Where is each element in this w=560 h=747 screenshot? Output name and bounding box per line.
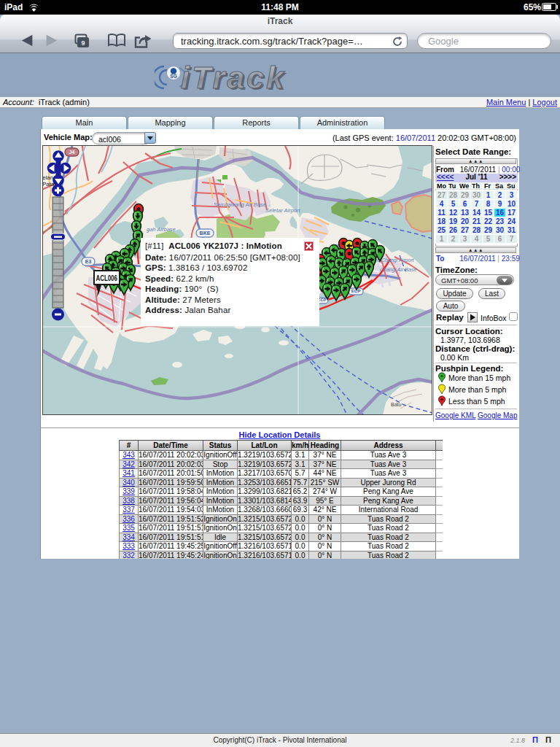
svg-text:gah Airbase: gah Airbase xyxy=(147,226,176,233)
svg-text:SG: SG xyxy=(170,74,176,79)
svg-text:9: 9 xyxy=(81,39,85,47)
svg-text:Seletar Airport: Seletar Airport xyxy=(265,207,301,214)
svg-text:Sembawang Air Base: Sembawang Air Base xyxy=(214,201,266,208)
svg-text:Changi Air Base: Changi Air Base xyxy=(380,267,416,273)
svg-text:ECP: ECP xyxy=(351,289,360,293)
svg-text:Batu: Batu xyxy=(391,402,402,407)
svg-text:E3: E3 xyxy=(85,259,92,264)
svg-text:BKE: BKE xyxy=(200,231,211,236)
svg-text:iTrack: iTrack xyxy=(181,60,286,95)
